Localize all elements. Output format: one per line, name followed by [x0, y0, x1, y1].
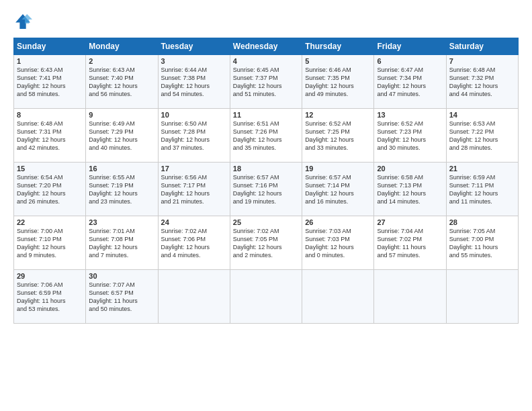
day-number: 15: [17, 165, 83, 173]
day-number: 11: [233, 111, 299, 119]
day-content: Sunrise: 6:57 AM Sunset: 7:14 PM Dayligh…: [305, 173, 371, 206]
calendar-cell: 8Sunrise: 6:48 AM Sunset: 7:31 PM Daylig…: [14, 109, 86, 163]
calendar-cell: 26Sunrise: 7:03 AM Sunset: 7:03 PM Dayli…: [302, 216, 374, 270]
calendar-body: 1Sunrise: 6:43 AM Sunset: 7:41 PM Daylig…: [14, 55, 519, 324]
day-number: 13: [377, 111, 443, 119]
calendar-cell: 17Sunrise: 6:56 AM Sunset: 7:17 PM Dayli…: [158, 163, 230, 216]
day-content: Sunrise: 6:55 AM Sunset: 7:19 PM Dayligh…: [89, 173, 154, 206]
day-content: Sunrise: 6:51 AM Sunset: 7:26 PM Dayligh…: [233, 120, 299, 152]
day-number: 18: [233, 165, 299, 173]
day-number: 22: [17, 218, 83, 226]
calendar-cell: 30Sunrise: 7:07 AM Sunset: 6:57 PM Dayli…: [86, 270, 158, 324]
day-content: Sunrise: 6:45 AM Sunset: 7:37 PM Dayligh…: [233, 66, 299, 99]
logo: [13, 12, 35, 31]
calendar-cell: 14Sunrise: 6:53 AM Sunset: 7:22 PM Dayli…: [446, 109, 518, 163]
calendar-cell: 29Sunrise: 7:06 AM Sunset: 6:59 PM Dayli…: [14, 270, 86, 324]
calendar-cell: [158, 270, 230, 324]
day-number: 28: [449, 218, 515, 226]
day-number: 20: [377, 165, 443, 173]
day-content: Sunrise: 6:59 AM Sunset: 7:11 PM Dayligh…: [449, 173, 515, 206]
day-content: Sunrise: 6:56 AM Sunset: 7:17 PM Dayligh…: [161, 173, 227, 206]
day-content: Sunrise: 6:58 AM Sunset: 7:13 PM Dayligh…: [377, 173, 443, 206]
day-content: Sunrise: 7:06 AM Sunset: 6:59 PM Dayligh…: [17, 281, 83, 314]
header: [13, 12, 519, 31]
calendar-cell: 16Sunrise: 6:55 AM Sunset: 7:19 PM Dayli…: [86, 163, 158, 216]
day-number: 17: [161, 165, 227, 173]
week-row-4: 22Sunrise: 7:00 AM Sunset: 7:10 PM Dayli…: [14, 216, 519, 270]
calendar-cell: 24Sunrise: 7:02 AM Sunset: 7:06 PM Dayli…: [158, 216, 230, 270]
calendar-cell: 28Sunrise: 7:05 AM Sunset: 7:00 PM Dayli…: [446, 216, 518, 270]
calendar-cell: [302, 270, 374, 324]
day-number: 8: [17, 111, 83, 119]
day-content: Sunrise: 6:48 AM Sunset: 7:31 PM Dayligh…: [17, 120, 83, 152]
day-content: Sunrise: 6:47 AM Sunset: 7:34 PM Dayligh…: [377, 66, 443, 99]
day-number: 1: [17, 57, 83, 65]
day-content: Sunrise: 6:53 AM Sunset: 7:22 PM Dayligh…: [449, 120, 515, 152]
calendar-cell: 2Sunrise: 6:43 AM Sunset: 7:40 PM Daylig…: [86, 55, 158, 109]
calendar-cell: 10Sunrise: 6:50 AM Sunset: 7:28 PM Dayli…: [158, 109, 230, 163]
calendar-cell: 1Sunrise: 6:43 AM Sunset: 7:41 PM Daylig…: [14, 55, 86, 109]
day-content: Sunrise: 6:43 AM Sunset: 7:40 PM Dayligh…: [89, 66, 154, 99]
day-content: Sunrise: 6:50 AM Sunset: 7:28 PM Dayligh…: [161, 120, 227, 152]
day-number: 27: [377, 218, 443, 226]
day-number: 29: [17, 272, 83, 280]
day-number: 23: [89, 218, 154, 226]
day-content: Sunrise: 7:02 AM Sunset: 7:06 PM Dayligh…: [161, 227, 227, 260]
day-number: 21: [449, 165, 515, 173]
day-number: 26: [305, 218, 371, 226]
day-number: 3: [161, 57, 227, 65]
page: SundayMondayTuesdayWednesdayThursdayFrid…: [0, 0, 532, 411]
calendar-cell: 5Sunrise: 6:46 AM Sunset: 7:35 PM Daylig…: [302, 55, 374, 109]
calendar-cell: 12Sunrise: 6:52 AM Sunset: 7:25 PM Dayli…: [302, 109, 374, 163]
day-content: Sunrise: 6:52 AM Sunset: 7:25 PM Dayligh…: [305, 120, 371, 152]
week-row-2: 8Sunrise: 6:48 AM Sunset: 7:31 PM Daylig…: [14, 109, 519, 163]
day-number: 14: [449, 111, 515, 119]
day-content: Sunrise: 6:57 AM Sunset: 7:16 PM Dayligh…: [233, 173, 299, 206]
day-content: Sunrise: 6:46 AM Sunset: 7:35 PM Dayligh…: [305, 66, 371, 99]
day-number: 9: [89, 111, 154, 119]
calendar-cell: 13Sunrise: 6:52 AM Sunset: 7:23 PM Dayli…: [374, 109, 446, 163]
calendar-cell: 3Sunrise: 6:44 AM Sunset: 7:38 PM Daylig…: [158, 55, 230, 109]
day-content: Sunrise: 7:04 AM Sunset: 7:02 PM Dayligh…: [377, 227, 443, 260]
calendar-cell: 27Sunrise: 7:04 AM Sunset: 7:02 PM Dayli…: [374, 216, 446, 270]
calendar-cell: 15Sunrise: 6:54 AM Sunset: 7:20 PM Dayli…: [14, 163, 86, 216]
day-content: Sunrise: 7:01 AM Sunset: 7:08 PM Dayligh…: [89, 227, 154, 260]
day-content: Sunrise: 7:07 AM Sunset: 6:57 PM Dayligh…: [89, 281, 154, 314]
day-number: 4: [233, 57, 299, 65]
week-row-5: 29Sunrise: 7:06 AM Sunset: 6:59 PM Dayli…: [14, 270, 519, 324]
header-cell-sunday: Sunday: [14, 38, 86, 55]
calendar-table: SundayMondayTuesdayWednesdayThursdayFrid…: [13, 38, 519, 324]
day-content: Sunrise: 6:43 AM Sunset: 7:41 PM Dayligh…: [17, 66, 83, 99]
calendar-cell: 7Sunrise: 6:48 AM Sunset: 7:32 PM Daylig…: [446, 55, 518, 109]
calendar-header-row: SundayMondayTuesdayWednesdayThursdayFrid…: [14, 38, 519, 55]
calendar-cell: 18Sunrise: 6:57 AM Sunset: 7:16 PM Dayli…: [230, 163, 302, 216]
header-cell-friday: Friday: [374, 38, 446, 55]
day-number: 25: [233, 218, 299, 226]
week-row-3: 15Sunrise: 6:54 AM Sunset: 7:20 PM Dayli…: [14, 163, 519, 216]
day-content: Sunrise: 7:03 AM Sunset: 7:03 PM Dayligh…: [305, 227, 371, 260]
day-number: 19: [305, 165, 371, 173]
header-cell-wednesday: Wednesday: [230, 38, 302, 55]
calendar-cell: 25Sunrise: 7:02 AM Sunset: 7:05 PM Dayli…: [230, 216, 302, 270]
calendar-cell: 20Sunrise: 6:58 AM Sunset: 7:13 PM Dayli…: [374, 163, 446, 216]
header-cell-tuesday: Tuesday: [158, 38, 230, 55]
day-number: 7: [449, 57, 515, 65]
day-number: 24: [161, 218, 227, 226]
day-content: Sunrise: 6:48 AM Sunset: 7:32 PM Dayligh…: [449, 66, 515, 99]
day-number: 2: [89, 57, 154, 65]
week-row-1: 1Sunrise: 6:43 AM Sunset: 7:41 PM Daylig…: [14, 55, 519, 109]
calendar-cell: 6Sunrise: 6:47 AM Sunset: 7:34 PM Daylig…: [374, 55, 446, 109]
day-content: Sunrise: 6:49 AM Sunset: 7:29 PM Dayligh…: [89, 120, 154, 152]
day-content: Sunrise: 7:02 AM Sunset: 7:05 PM Dayligh…: [233, 227, 299, 260]
calendar-cell: [230, 270, 302, 324]
day-content: Sunrise: 6:52 AM Sunset: 7:23 PM Dayligh…: [377, 120, 443, 152]
day-content: Sunrise: 6:44 AM Sunset: 7:38 PM Dayligh…: [161, 66, 227, 99]
day-content: Sunrise: 6:54 AM Sunset: 7:20 PM Dayligh…: [17, 173, 83, 206]
header-cell-thursday: Thursday: [302, 38, 374, 55]
logo-icon: [13, 12, 32, 31]
calendar-cell: 19Sunrise: 6:57 AM Sunset: 7:14 PM Dayli…: [302, 163, 374, 216]
calendar-cell: 9Sunrise: 6:49 AM Sunset: 7:29 PM Daylig…: [86, 109, 158, 163]
day-number: 10: [161, 111, 227, 119]
header-cell-monday: Monday: [86, 38, 158, 55]
calendar-cell: 4Sunrise: 6:45 AM Sunset: 7:37 PM Daylig…: [230, 55, 302, 109]
